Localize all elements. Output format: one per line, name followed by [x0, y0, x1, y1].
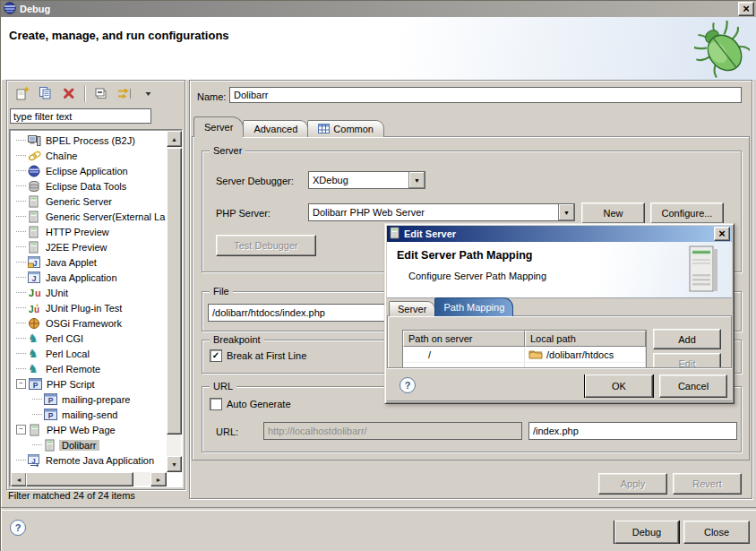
tab-path-mapping[interactable]: Path Mapping	[434, 297, 513, 316]
menu-dropdown-button[interactable]	[138, 84, 158, 104]
tree-item-j2ee-preview[interactable]: J2EE Preview	[10, 239, 167, 254]
tree-item-php-web-page[interactable]: −PHP Web Page	[10, 422, 167, 437]
tree-item-generic-server-external-la[interactable]: Generic Server(External La	[10, 209, 167, 224]
svg-text:♞: ♞	[28, 362, 39, 375]
tree-guide	[16, 170, 26, 171]
php-server-select[interactable]: Dolibarr PHP Web Server ▼	[308, 203, 575, 221]
tree-item-label: mailing-prepare	[59, 394, 133, 405]
tree-item-perl-local[interactable]: ♞Perl Local	[10, 346, 167, 361]
revert-button[interactable]: Revert	[673, 473, 742, 495]
filter-input[interactable]	[10, 108, 151, 124]
tab-common[interactable]: Common	[307, 120, 384, 137]
url-path-input[interactable]	[528, 422, 737, 440]
menu-dropdown-icon	[144, 86, 152, 102]
column-header-path-on-server[interactable]: Path on server	[403, 331, 525, 347]
edit-server-dialog: Edit Server Edit Server Path Mapping Con…	[384, 223, 735, 404]
config-tree: BPEL Process (B2J)ChaîneEclipse Applicat…	[10, 130, 167, 472]
auto-generate-checkbox[interactable]	[210, 398, 222, 410]
tree-item-label: Perl Remote	[43, 364, 103, 375]
tree-item-eclipse-application[interactable]: Eclipse Application	[10, 163, 167, 178]
window-close-icon[interactable]	[738, 2, 754, 16]
tree-item-java-applet[interactable]: JJava Applet	[10, 254, 167, 270]
close-button[interactable]: Close	[683, 521, 750, 544]
ok-button[interactable]: OK	[584, 375, 654, 398]
help-icon[interactable]: ?	[10, 520, 26, 536]
new-server-button[interactable]: New	[581, 202, 645, 224]
tab-advanced[interactable]: Advanced	[243, 120, 308, 137]
tree-guide	[16, 277, 26, 278]
perl-icon: ♞	[28, 347, 43, 360]
tree-item-generic-server[interactable]: Generic Server	[10, 194, 167, 209]
tab-label: Server	[398, 304, 426, 314]
help-icon[interactable]: ?	[399, 377, 416, 393]
scroll-left-icon[interactable]: ◄	[11, 472, 27, 486]
scroll-right-icon[interactable]: ►	[150, 472, 167, 486]
scroll-up-icon[interactable]: ▲	[167, 131, 182, 147]
tree-item-cha-ne[interactable]: Chaîne	[10, 148, 167, 163]
filter-configurations-button[interactable]	[115, 84, 134, 104]
break-first-line-checkbox[interactable]	[210, 349, 222, 362]
tree-collapse-icon[interactable]: −	[16, 425, 26, 435]
edit-server-titlebar[interactable]: Edit Server	[387, 226, 732, 242]
tree-item-perl-remote[interactable]: ♞Perl Remote	[10, 361, 167, 376]
window-titlebar[interactable]: Debug	[1, 1, 756, 17]
tree-item-junit[interactable]: JuJUnit	[10, 285, 167, 300]
tree-collapse-icon[interactable]: −	[16, 379, 26, 389]
tab-server[interactable]: Server	[389, 301, 435, 316]
url-base-input	[263, 422, 522, 440]
table-row[interactable]: //dolibarr/htdocs	[403, 347, 646, 363]
tree-item-junit-plug-in-test[interactable]: Ju✦JUnit Plug-in Test	[10, 300, 167, 315]
tab-server[interactable]: Server	[193, 116, 244, 137]
new-configuration-icon: ✦	[15, 86, 30, 102]
tree-item-label: Chaîne	[43, 151, 80, 161]
tree-item-label: Dolibarr	[59, 440, 99, 451]
scroll-down-icon[interactable]: ▼	[167, 456, 182, 472]
test-debugger-button[interactable]: Test Debugger	[216, 235, 316, 256]
java-icon: J	[28, 271, 43, 283]
add-mapping-button[interactable]: Add	[653, 329, 721, 349]
tab-label: Common	[333, 124, 374, 134]
tree-item-mailing-prepare[interactable]: Pmailing-prepare	[10, 392, 167, 407]
tree-item-mailing-send[interactable]: Pmailing-send	[10, 407, 167, 422]
tree-item-java-application[interactable]: JJava Application	[10, 270, 167, 285]
tree-item-osgi-framework[interactable]: OSGi Framework	[10, 315, 167, 331]
apply-button[interactable]: Apply	[598, 473, 667, 495]
duplicate-configuration-button[interactable]	[36, 84, 56, 104]
perl-icon: ♞	[28, 331, 43, 345]
collapse-all-button[interactable]	[91, 84, 111, 104]
cancel-button[interactable]: Cancel	[659, 375, 727, 398]
column-header-local-path[interactable]: Local path	[525, 331, 646, 347]
tree-item-bpel-process-b2j[interactable]: BPEL Process (B2J)	[10, 133, 167, 148]
tree-item-dolibarr[interactable]: Dolibarr	[10, 437, 167, 452]
tree-item-label: JUnit Plug-in Test	[43, 303, 125, 314]
svg-text:♞: ♞	[28, 331, 39, 345]
tree-guide	[16, 155, 26, 156]
tree-item-label: Eclipse Data Tools	[43, 181, 129, 192]
applet-icon: J	[28, 256, 43, 268]
links-icon	[28, 150, 43, 162]
server-icon	[44, 439, 59, 452]
tree-guide	[16, 338, 26, 339]
tree-vertical-scrollbar[interactable]: ▲ ▼	[167, 131, 181, 472]
tree-item-label: JUnit	[43, 288, 71, 298]
vertical-scroll-thumb[interactable]	[167, 148, 182, 435]
chevron-down-icon[interactable]: ▼	[408, 172, 425, 188]
debug-window: Debug Create, manage, and run configurat…	[0, 0, 756, 551]
server-debugger-select[interactable]: XDebug ▼	[308, 171, 425, 189]
chevron-down-icon[interactable]: ▼	[558, 204, 574, 220]
tree-item-remote-java-application[interactable]: JRemote Java Application	[10, 452, 167, 468]
name-input[interactable]	[229, 87, 742, 103]
tree-horizontal-scrollbar[interactable]: ◄ ►	[11, 472, 167, 486]
delete-configuration-button[interactable]	[59, 84, 79, 104]
horizontal-scroll-thumb[interactable]	[26, 472, 133, 486]
svg-text:J: J	[32, 259, 37, 268]
tree-item-php-script[interactable]: −PPHP Script	[10, 376, 167, 392]
tree-item-perl-cgi[interactable]: ♞Perl CGI	[10, 331, 167, 346]
new-configuration-button[interactable]: ✦	[13, 84, 32, 104]
configure-server-button[interactable]: Configure...	[650, 202, 724, 224]
debug-button[interactable]: Debug	[614, 521, 680, 544]
tree-item-eclipse-data-tools[interactable]: Eclipse Data Tools	[10, 178, 167, 194]
dialog-close-icon[interactable]	[714, 227, 730, 241]
eclipse-logo-icon	[4, 2, 16, 16]
tree-item-http-preview[interactable]: HTTP Preview	[10, 224, 167, 239]
